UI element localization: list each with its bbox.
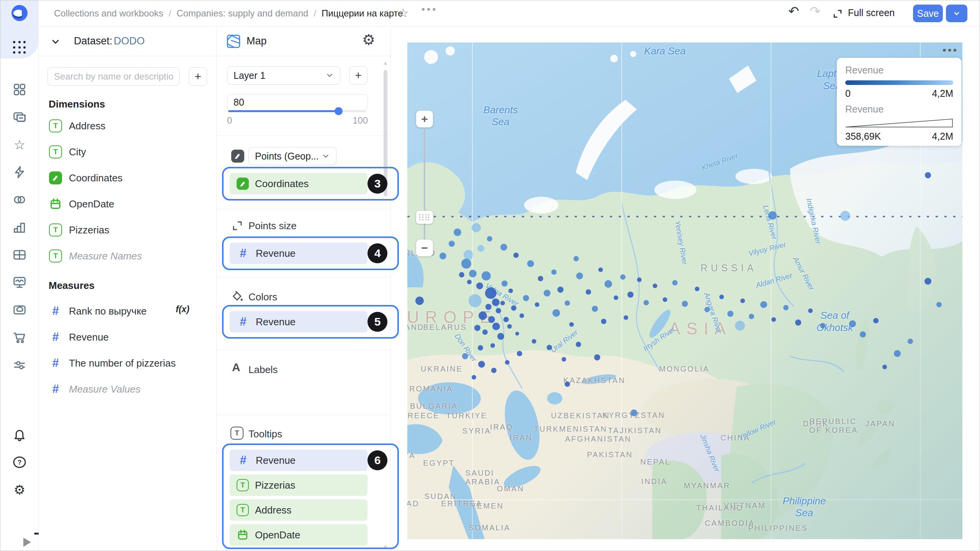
- map-data-point[interactable]: [894, 350, 901, 357]
- map-data-point[interactable]: [771, 317, 776, 322]
- colors-field[interactable]: # Revenue: [230, 311, 368, 333]
- map-data-point[interactable]: [624, 315, 628, 320]
- notifications-bell[interactable]: [12, 427, 27, 442]
- map-data-point[interactable]: [497, 333, 504, 340]
- map-data-point[interactable]: [523, 295, 529, 301]
- map-data-point[interactable]: [415, 297, 424, 305]
- dimension-item-address[interactable]: T Address: [39, 113, 217, 139]
- fullscreen-label[interactable]: Full screen: [848, 7, 895, 18]
- opacity-slider-handle[interactable]: [335, 107, 343, 115]
- map-data-point[interactable]: [535, 302, 539, 307]
- sidebar-item-favorites[interactable]: ☆: [12, 137, 27, 152]
- tooltip-field-address[interactable]: T Address: [230, 499, 368, 521]
- map-data-point[interactable]: [496, 308, 501, 313]
- map-data-point[interactable]: [490, 343, 495, 348]
- map-data-point[interactable]: [740, 298, 745, 303]
- map-data-point[interactable]: [547, 345, 552, 350]
- dimension-item-measure-names[interactable]: T Measure Names: [39, 243, 217, 269]
- map-data-point[interactable]: [500, 301, 505, 305]
- expand-panel-arrow[interactable]: [23, 538, 31, 547]
- map-data-point[interactable]: [519, 313, 524, 318]
- map-data-point[interactable]: [925, 172, 931, 178]
- geotype-select[interactable]: Points (Geop...: [248, 147, 336, 165]
- map-data-point[interactable]: [601, 319, 606, 324]
- map-data-point[interactable]: [476, 282, 483, 289]
- dimension-item-city[interactable]: T City: [39, 139, 217, 165]
- map-data-point[interactable]: [576, 342, 581, 347]
- map-data-point[interactable]: [501, 280, 508, 287]
- map-data-point[interactable]: [860, 331, 866, 337]
- dataset-header[interactable]: Dataset: DODO: [39, 26, 217, 56]
- map-data-point[interactable]: [532, 339, 536, 344]
- points-size-field[interactable]: # Revenue: [230, 243, 368, 264]
- map-data-point[interactable]: [795, 320, 801, 326]
- sidebar-item-datasets[interactable]: [12, 192, 27, 207]
- map-data-point[interactable]: [573, 256, 579, 261]
- chart-type-title[interactable]: Map: [247, 35, 267, 47]
- map-data-point[interactable]: [565, 300, 570, 306]
- map-data-point[interactable]: [482, 329, 488, 335]
- tooltip-field-revenue[interactable]: # Revenue: [230, 450, 368, 471]
- zoom-slider-handle[interactable]: [416, 211, 433, 224]
- dimension-item-pizzerias[interactable]: T Pizzerias: [39, 217, 217, 243]
- map-data-point[interactable]: [882, 365, 887, 369]
- map-data-point[interactable]: [768, 211, 777, 220]
- measure-item-number-of-pizzerias[interactable]: # The number of pizzerias: [39, 350, 217, 376]
- map-data-point[interactable]: [491, 368, 497, 373]
- map-data-point[interactable]: [459, 272, 464, 277]
- map-data-point[interactable]: [760, 301, 767, 308]
- sidebar-item-layouts[interactable]: [12, 82, 27, 97]
- map-data-point[interactable]: [614, 295, 618, 300]
- map-data-point[interactable]: [513, 253, 519, 258]
- map-data-point[interactable]: [492, 298, 500, 306]
- map-data-point[interactable]: [735, 321, 745, 331]
- map-data-point[interactable]: [576, 272, 583, 279]
- map-data-point[interactable]: [620, 274, 626, 280]
- tooltip-field-pizzerias[interactable]: T Pizzerias: [230, 474, 368, 496]
- map-data-point[interactable]: [653, 284, 657, 288]
- map-data-point[interactable]: [485, 304, 492, 310]
- sidebar-item-charts[interactable]: [12, 220, 27, 235]
- map-data-point[interactable]: [461, 259, 471, 269]
- sidebar-item-connections[interactable]: [12, 165, 27, 179]
- map-data-point[interactable]: [482, 271, 491, 280]
- map-data-point[interactable]: [538, 276, 543, 281]
- measure-item-measure-values[interactable]: # Measure Values: [39, 376, 217, 402]
- map-data-point[interactable]: [663, 297, 667, 302]
- chart-settings-gear-icon[interactable]: ⚙: [362, 33, 375, 47]
- favorite-star-icon[interactable]: ☆: [398, 6, 409, 20]
- map-data-point[interactable]: [627, 292, 634, 298]
- map-data-point[interactable]: [507, 324, 512, 329]
- map-data-point[interactable]: [449, 241, 455, 247]
- more-menu-icon[interactable]: •••: [421, 3, 438, 15]
- map-data-point[interactable]: [508, 289, 513, 293]
- map-data-point[interactable]: [511, 305, 516, 311]
- map-data-point[interactable]: [586, 289, 591, 295]
- map-data-point[interactable]: [478, 345, 483, 350]
- map-canvas[interactable]: Kara SeaLaptev SeaBarents SeaSea of Okho…: [407, 42, 962, 539]
- map-data-point[interactable]: [704, 307, 710, 312]
- tooltip-field-opendate[interactable]: OpenDate: [230, 524, 368, 546]
- map-data-point[interactable]: [479, 311, 487, 320]
- map-data-point[interactable]: [472, 375, 476, 380]
- map-data-point[interactable]: [727, 311, 733, 317]
- opacity-input[interactable]: 80: [227, 94, 368, 111]
- map-data-point[interactable]: [474, 325, 480, 331]
- map-data-point[interactable]: [505, 360, 510, 365]
- map-data-point[interactable]: [908, 339, 913, 344]
- map-data-point[interactable]: [672, 280, 678, 285]
- search-input[interactable]: [47, 67, 180, 86]
- sidebar-item-dashboards[interactable]: [12, 275, 27, 290]
- map-data-point[interactable]: [527, 260, 534, 267]
- map-data-point[interactable]: [454, 228, 461, 236]
- map-data-point[interactable]: [644, 300, 649, 305]
- map-data-point[interactable]: [517, 351, 522, 356]
- sidebar-item-storage[interactable]: [12, 303, 27, 317]
- map-data-point[interactable]: [515, 332, 519, 336]
- map-data-point[interactable]: [469, 294, 482, 307]
- zoom-out-button[interactable]: −: [416, 240, 433, 256]
- map-data-point[interactable]: [569, 322, 574, 327]
- map-data-point[interactable]: [485, 287, 497, 299]
- map-data-point[interactable]: [565, 381, 570, 387]
- map-data-point[interactable]: [719, 295, 724, 299]
